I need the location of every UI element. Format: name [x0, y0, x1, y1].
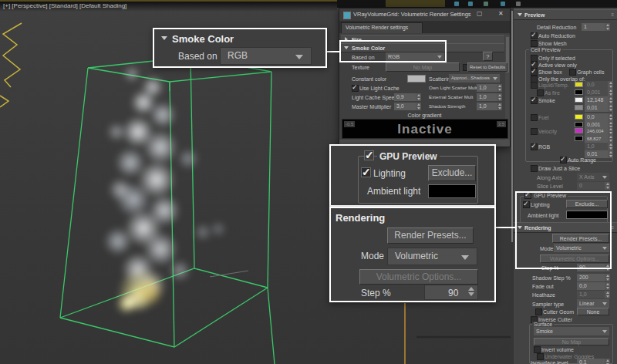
shadow-strength-field[interactable]: 1,0 — [477, 103, 497, 110]
smoke-spinner-2[interactable] — [608, 104, 613, 112]
reset-to-defaults-button[interactable]: Reset to Defaults — [467, 62, 507, 72]
smoke-field[interactable]: 12,148 — [585, 96, 608, 104]
own-light-scatter-spinner[interactable] — [497, 84, 502, 92]
as-fire-checkbox[interactable] — [537, 89, 544, 96]
smoke-checkbox[interactable] — [531, 97, 538, 104]
rgb-field[interactable]: 1,0 — [585, 143, 608, 150]
based-on-dropdown[interactable]: RGB — [386, 52, 444, 61]
rollout-menu-icon[interactable]: ≡ — [611, 225, 614, 230]
help-button[interactable]: ? — [483, 52, 493, 61]
ambient-light-callout-swatch[interactable] — [428, 184, 476, 198]
cutter-geom-checkbox[interactable] — [535, 308, 542, 315]
fuel-field[interactable]: 0,0 — [585, 113, 608, 121]
scattering-dropdown[interactable]: Approxi...Shadows — [449, 74, 500, 83]
detail-reduction-spinner[interactable] — [605, 23, 610, 31]
underwater-goggles-checkbox[interactable] — [537, 353, 544, 360]
volumetric-options-callout-button[interactable]: Volumetric Options... — [359, 269, 478, 285]
mode-callout-dropdown[interactable]: Volumetric — [387, 248, 477, 265]
isosurface-level-field[interactable]: 0,1 — [577, 359, 605, 364]
toolbar-icon[interactable] — [454, 2, 459, 6]
light-cache-speedup-spinner[interactable] — [416, 93, 421, 101]
velocity-checkbox[interactable] — [531, 128, 538, 135]
shadow-step-field[interactable]: 200 — [577, 274, 605, 281]
smoke-field-2[interactable]: 0,01 — [585, 104, 608, 112]
heathaze-field[interactable]: 1,0 — [577, 291, 605, 298]
slice-level-spinner[interactable] — [605, 182, 610, 190]
velocity-field-2[interactable]: 68,827 — [585, 135, 608, 143]
color-gradient-bar[interactable]: -0.5 3.5 Inactive — [342, 119, 508, 139]
fade-out-spinner[interactable] — [605, 282, 610, 290]
external-scatter-field[interactable]: 1,0 — [477, 93, 497, 101]
volumetric-options-button[interactable]: Volumetric Options... — [540, 254, 609, 263]
draw-slice-checkbox[interactable] — [531, 165, 538, 172]
show-mesh-checkbox[interactable] — [531, 40, 538, 47]
based-on-callout-dropdown[interactable]: RGB — [220, 47, 312, 65]
shadow-step-spinner[interactable] — [605, 274, 610, 281]
along-axis-dropdown[interactable]: X Axis — [577, 173, 609, 181]
as-fire-swatch[interactable] — [575, 89, 583, 95]
external-scatter-spinner[interactable] — [497, 93, 502, 101]
toolbar-icon[interactable] — [484, 2, 488, 6]
sampler-type-dropdown[interactable]: Linear — [577, 299, 609, 308]
texture-no-map-button[interactable]: No Map — [386, 62, 460, 72]
use-light-cache-checkbox[interactable] — [352, 85, 359, 92]
rgb-spinner[interactable] — [608, 143, 613, 150]
step-spinner[interactable] — [605, 264, 610, 271]
dialog-titlebar[interactable]: VRayVolumeGrid: Volumetric Render Settin… — [339, 8, 510, 22]
own-light-scatter-field[interactable]: 1,0 — [477, 84, 497, 92]
ambient-light-swatch[interactable] — [566, 211, 608, 219]
velocity-spinner-2[interactable] — [608, 135, 613, 143]
exclude-callout-button[interactable]: Exclude... — [428, 165, 476, 181]
lighting-checkbox[interactable] — [523, 201, 530, 208]
rollout-menu-icon[interactable]: ≡ — [611, 12, 614, 17]
liquid-temp-swatch[interactable] — [575, 82, 583, 87]
step-field[interactable]: 90 — [577, 264, 605, 271]
fuel-swatch-2[interactable] — [575, 122, 583, 127]
graph-cells-checkbox[interactable] — [569, 69, 576, 76]
toolbar-icon[interactable] — [468, 2, 473, 6]
tab-volumetric-render-settings[interactable]: Volumetric Render settings — [341, 22, 423, 33]
surface-no-map-button[interactable]: No Map — [534, 338, 609, 345]
smoke-spinner[interactable] — [608, 96, 613, 104]
rollout-smoke-color[interactable]: Smoke Color — [341, 43, 504, 52]
exclude-button[interactable]: Exclude... — [566, 200, 608, 208]
render-presets-callout-button[interactable]: Render Presets... — [387, 228, 474, 244]
liquid-temp-field[interactable]: 0,0 — [585, 81, 608, 89]
viewport-label[interactable]: [+] [Perspective] [Standard] [Default Sh… — [3, 3, 126, 9]
auto-reduction-checkbox[interactable] — [531, 32, 538, 39]
step-callout-field[interactable]: 90 — [424, 285, 478, 300]
mode-dropdown[interactable]: Volumetric — [554, 244, 609, 252]
rollout-rendering[interactable]: Rendering ≡ — [514, 222, 617, 233]
gpu-preview-checkbox[interactable] — [524, 192, 531, 199]
maximize-icon[interactable]: ▢ — [477, 11, 483, 17]
minimize-icon[interactable]: – — [453, 11, 457, 18]
panel-scrollbar-thumb[interactable] — [511, 11, 513, 242]
rgb-checkbox[interactable] — [531, 143, 538, 150]
smoke-swatch-2[interactable] — [575, 105, 583, 110]
slice-level-field[interactable]: 0 — [577, 182, 605, 190]
render-presets-button[interactable]: Render Presets... — [552, 234, 609, 243]
as-fire-spinner[interactable] — [608, 89, 613, 96]
isosurface-level-spinner[interactable] — [605, 359, 610, 364]
fade-out-field[interactable]: 0,0 — [577, 282, 605, 290]
fuel-checkbox[interactable] — [531, 114, 538, 121]
invert-volume-checkbox[interactable] — [534, 346, 541, 353]
smoke-swatch[interactable] — [575, 97, 583, 103]
as-fire-field[interactable]: 0,001 — [585, 89, 608, 96]
gpu-preview-callout-checkbox[interactable] — [364, 150, 374, 160]
shadow-strength-spinner[interactable] — [497, 103, 502, 110]
fuel-spinner[interactable] — [608, 113, 613, 121]
velocity-swatch-2[interactable] — [575, 136, 583, 141]
fuel-swatch[interactable] — [575, 114, 583, 120]
light-cache-speedup-field[interactable]: 0,9 — [394, 93, 416, 101]
liquid-temp-checkbox[interactable] — [531, 82, 538, 89]
constant-color-swatch[interactable] — [407, 75, 426, 83]
cutter-geom-none-button[interactable]: None — [577, 308, 609, 315]
velocity-spinner[interactable] — [608, 127, 613, 135]
auto-range-checkbox[interactable] — [560, 157, 567, 163]
show-box-checkbox[interactable] — [531, 69, 538, 76]
toolbar-icon[interactable] — [516, 2, 521, 6]
step-callout-spinner[interactable] — [468, 287, 474, 296]
close-icon[interactable]: ✕ — [498, 11, 504, 17]
master-multiplier-spinner[interactable] — [416, 103, 421, 110]
